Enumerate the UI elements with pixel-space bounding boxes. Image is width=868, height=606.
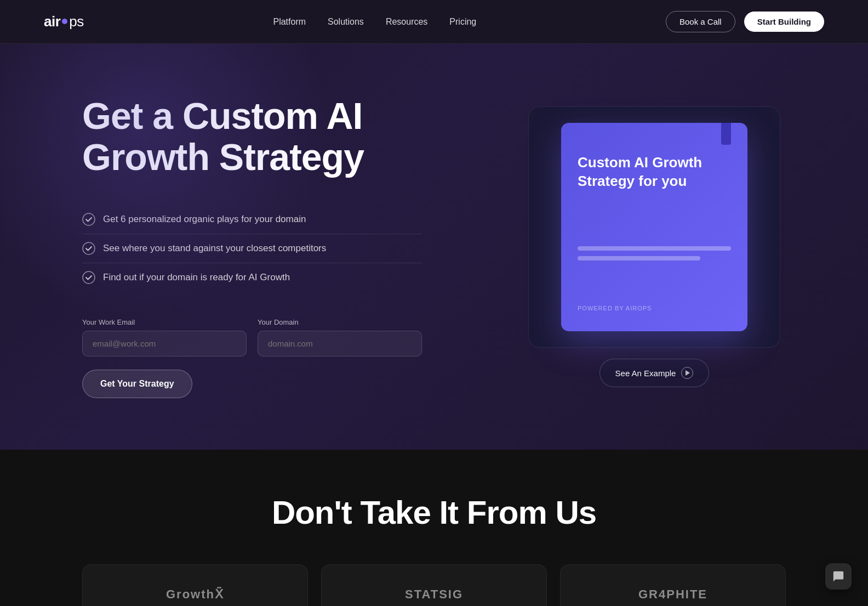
card-inner: Custom AI Growth Strategy for you POWERE…: [561, 123, 747, 331]
play-triangle: [686, 370, 690, 376]
card-title: Custom AI Growth Strategy for you: [578, 154, 731, 191]
card-lines: [578, 246, 731, 260]
logo-grid: GrowthX̃ STATSIG GR4PHITE: [82, 564, 786, 606]
check-icon-1: [82, 213, 95, 226]
email-input[interactable]: [82, 331, 247, 356]
start-building-button[interactable]: Start Building: [744, 12, 824, 32]
hero-left: Get a Custom AI Growth Strategy Get 6 pe…: [82, 95, 422, 398]
svg-point-1: [83, 242, 95, 254]
nav-actions: Book a Call Start Building: [666, 11, 824, 32]
nav-platform[interactable]: Platform: [273, 17, 306, 26]
card-bookmark: [721, 123, 731, 145]
svg-point-2: [83, 271, 95, 284]
logo-card-graphite: GR4PHITE: [560, 564, 786, 606]
chat-bubble[interactable]: [825, 563, 852, 590]
logo-growthx: GrowthX̃: [166, 587, 224, 602]
email-label: Your Work Email: [82, 318, 247, 326]
email-group: Your Work Email: [82, 318, 247, 356]
hero-title: Get a Custom AI Growth Strategy: [82, 95, 422, 178]
domain-input[interactable]: [258, 331, 422, 356]
check-icon-2: [82, 242, 95, 255]
hero-right: Custom AI Growth Strategy for you POWERE…: [523, 106, 786, 387]
social-proof-section: Don't Take It From Us GrowthX̃ STATSIG G…: [0, 450, 868, 606]
nav-links: Platform Solutions Resources Pricing: [273, 17, 476, 27]
book-call-button[interactable]: Book a Call: [666, 11, 735, 32]
card-line-1: [578, 246, 731, 251]
see-example-button[interactable]: See An Example: [599, 359, 710, 387]
check-icon-3: [82, 271, 95, 284]
logo-card-growthx: GrowthX̃: [82, 564, 308, 606]
hero-form: Your Work Email Your Domain Get Your Str…: [82, 318, 422, 398]
social-proof-title: Don't Take It From Us: [82, 494, 786, 531]
card-preview: Custom AI Growth Strategy for you POWERE…: [528, 106, 780, 348]
logo-graphite: GR4PHITE: [638, 587, 707, 602]
domain-label: Your Domain: [258, 318, 422, 326]
hero-features: Get 6 personalized organic plays for you…: [82, 205, 422, 292]
nav-solutions[interactable]: Solutions: [328, 17, 364, 26]
nav-resources[interactable]: Resources: [386, 17, 427, 26]
chat-icon: [832, 570, 844, 582]
logo-statsig: STATSIG: [405, 587, 463, 602]
play-icon: [681, 367, 693, 379]
get-strategy-button[interactable]: Get Your Strategy: [82, 370, 192, 398]
form-row: Your Work Email Your Domain: [82, 318, 422, 356]
card-line-2: [578, 256, 700, 260]
logo[interactable]: air ps: [44, 13, 84, 30]
feature-item-3: Find out if your domain is ready for AI …: [82, 263, 422, 292]
card-powered-by: POWERED BY airOps: [578, 305, 731, 312]
feature-item-1: Get 6 personalized organic plays for you…: [82, 205, 422, 234]
navbar: air ps Platform Solutions Resources Pric…: [0, 0, 868, 44]
svg-point-0: [83, 213, 95, 225]
feature-item-2: See where you stand against your closest…: [82, 234, 422, 263]
nav-pricing[interactable]: Pricing: [449, 17, 476, 26]
hero-section: Get a Custom AI Growth Strategy Get 6 pe…: [0, 44, 868, 450]
domain-group: Your Domain: [258, 318, 422, 356]
logo-card-statsig: STATSIG: [321, 564, 547, 606]
